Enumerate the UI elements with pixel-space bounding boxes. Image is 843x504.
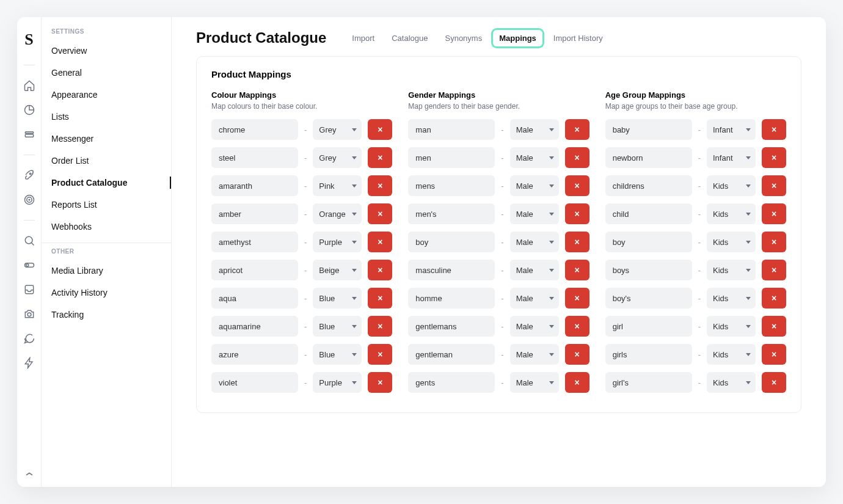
mapping-target-select[interactable]: Purple — [313, 232, 362, 252]
mapping-value-input[interactable] — [211, 372, 298, 393]
sidebar-item-media-library[interactable]: Media Library — [42, 260, 171, 282]
delete-mapping-button[interactable]: × — [565, 344, 589, 365]
mapping-target-select[interactable]: Kids — [707, 203, 756, 224]
delete-mapping-button[interactable]: × — [368, 372, 392, 393]
pie-chart-icon[interactable] — [23, 103, 36, 117]
tab-catalogue[interactable]: Catalogue — [385, 30, 434, 46]
mapping-target-select[interactable]: Male — [510, 260, 559, 280]
mapping-value-input[interactable] — [211, 344, 298, 365]
delete-mapping-button[interactable]: × — [762, 147, 786, 168]
delete-mapping-button[interactable]: × — [368, 316, 392, 337]
target-icon[interactable] — [23, 193, 36, 206]
delete-mapping-button[interactable]: × — [762, 316, 786, 337]
rocket-icon[interactable] — [23, 169, 36, 182]
mapping-target-select[interactable]: Pink — [313, 175, 362, 196]
sidebar-item-order-list[interactable]: Order List — [42, 150, 171, 172]
sidebar-item-webhooks[interactable]: Webhooks — [42, 216, 171, 238]
tab-import[interactable]: Import — [346, 30, 381, 46]
delete-mapping-button[interactable]: × — [368, 344, 392, 365]
inbox-icon[interactable] — [23, 283, 36, 296]
sidebar-item-reports-list[interactable]: Reports List — [42, 194, 171, 216]
mapping-target-select[interactable]: Beige — [313, 260, 362, 280]
mapping-value-input[interactable] — [408, 232, 495, 252]
mapping-value-input[interactable] — [408, 203, 495, 224]
collapse-rail-icon[interactable] — [23, 467, 36, 481]
delete-mapping-button[interactable]: × — [368, 288, 392, 309]
sidebar-item-appearance[interactable]: Appearance — [42, 84, 171, 106]
mapping-value-input[interactable] — [211, 119, 298, 140]
sidebar-item-overview[interactable]: Overview — [42, 40, 171, 62]
mapping-value-input[interactable] — [605, 232, 692, 252]
delete-mapping-button[interactable]: × — [368, 203, 392, 224]
mapping-target-select[interactable]: Male — [510, 147, 559, 168]
mapping-value-input[interactable] — [211, 232, 298, 252]
mapping-value-input[interactable] — [211, 316, 298, 337]
mapping-value-input[interactable] — [211, 147, 298, 168]
mapping-target-select[interactable]: Male — [510, 119, 559, 140]
mapping-value-input[interactable] — [605, 316, 692, 337]
sidebar-item-general[interactable]: General — [42, 62, 171, 84]
mapping-target-select[interactable]: Purple — [313, 372, 362, 393]
mapping-target-select[interactable]: Male — [510, 288, 559, 309]
chat-icon[interactable] — [23, 332, 36, 345]
camera-icon[interactable] — [23, 307, 36, 321]
mapping-value-input[interactable] — [408, 344, 495, 365]
delete-mapping-button[interactable]: × — [762, 288, 786, 309]
mapping-target-select[interactable]: Male — [510, 372, 559, 393]
mapping-value-input[interactable] — [408, 288, 495, 309]
tab-synonyms[interactable]: Synonyms — [439, 30, 488, 46]
delete-mapping-button[interactable]: × — [762, 232, 786, 252]
sidebar-item-messenger[interactable]: Messenger — [42, 128, 171, 150]
mapping-target-select[interactable]: Infant — [707, 119, 756, 140]
mapping-target-select[interactable]: Kids — [707, 316, 756, 337]
mapping-value-input[interactable] — [605, 175, 692, 196]
mapping-value-input[interactable] — [211, 175, 298, 196]
mapping-target-select[interactable]: Kids — [707, 372, 756, 393]
mapping-target-select[interactable]: Blue — [313, 316, 362, 337]
delete-mapping-button[interactable]: × — [762, 344, 786, 365]
mapping-target-select[interactable]: Male — [510, 203, 559, 224]
mapping-target-select[interactable]: Kids — [707, 232, 756, 252]
delete-mapping-button[interactable]: × — [762, 372, 786, 393]
bolt-icon[interactable] — [23, 356, 36, 370]
delete-mapping-button[interactable]: × — [565, 372, 589, 393]
delete-mapping-button[interactable]: × — [565, 288, 589, 309]
mapping-target-select[interactable]: Kids — [707, 260, 756, 280]
delete-mapping-button[interactable]: × — [762, 119, 786, 140]
mapping-target-select[interactable]: Grey — [313, 119, 362, 140]
mapping-value-input[interactable] — [408, 260, 495, 280]
mapping-value-input[interactable] — [408, 372, 495, 393]
search-icon[interactable] — [23, 234, 36, 247]
mapping-target-select[interactable]: Kids — [707, 175, 756, 196]
sidebar-item-lists[interactable]: Lists — [42, 106, 171, 128]
delete-mapping-button[interactable]: × — [368, 175, 392, 196]
tab-mappings[interactable]: Mappings — [493, 30, 542, 46]
delete-mapping-button[interactable]: × — [368, 119, 392, 140]
delete-mapping-button[interactable]: × — [762, 203, 786, 224]
mapping-target-select[interactable]: Male — [510, 175, 559, 196]
mapping-target-select[interactable]: Grey — [313, 147, 362, 168]
mapping-target-select[interactable]: Kids — [707, 344, 756, 365]
mapping-value-input[interactable] — [605, 344, 692, 365]
delete-mapping-button[interactable]: × — [368, 232, 392, 252]
mapping-target-select[interactable]: Blue — [313, 344, 362, 365]
mapping-value-input[interactable] — [408, 147, 495, 168]
mapping-value-input[interactable] — [211, 260, 298, 280]
sidebar-item-tracking[interactable]: Tracking — [42, 304, 171, 326]
mapping-target-select[interactable]: Male — [510, 316, 559, 337]
sidebar-item-activity-history[interactable]: Activity History — [42, 282, 171, 304]
delete-mapping-button[interactable]: × — [565, 260, 589, 280]
delete-mapping-button[interactable]: × — [565, 203, 589, 224]
delete-mapping-button[interactable]: × — [368, 147, 392, 168]
mapping-value-input[interactable] — [408, 316, 495, 337]
tab-import-history[interactable]: Import History — [547, 30, 609, 46]
mapping-target-select[interactable]: Kids — [707, 288, 756, 309]
mapping-value-input[interactable] — [408, 175, 495, 196]
mapping-value-input[interactable] — [605, 147, 692, 168]
delete-mapping-button[interactable]: × — [565, 232, 589, 252]
delete-mapping-button[interactable]: × — [368, 260, 392, 280]
mapping-value-input[interactable] — [211, 203, 298, 224]
delete-mapping-button[interactable]: × — [762, 260, 786, 280]
mapping-value-input[interactable] — [605, 372, 692, 393]
mapping-target-select[interactable]: Blue — [313, 288, 362, 309]
